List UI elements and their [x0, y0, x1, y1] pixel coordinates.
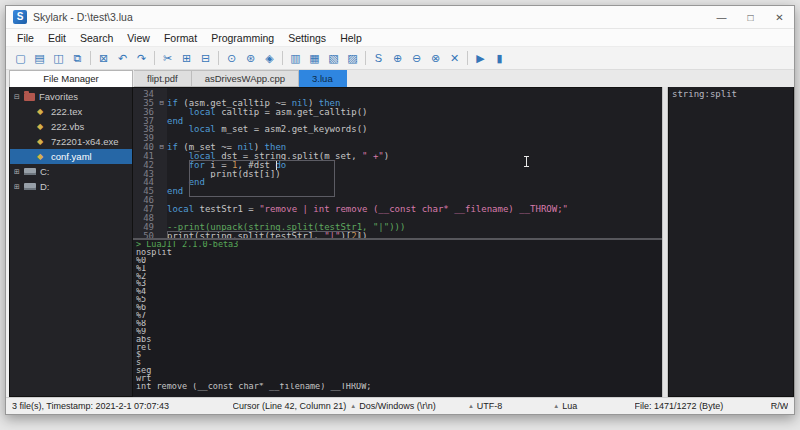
minimize-button[interactable]: — [707, 6, 736, 28]
console-output-line: %9 [136, 328, 662, 336]
expander-icon[interactable]: ⊞ [14, 183, 24, 191]
code-token: print(dst[i]) [167, 170, 281, 179]
code-token: end [167, 117, 183, 126]
code-token: local [167, 205, 194, 214]
tree-item-c-[interactable]: ⊞C: [10, 164, 132, 179]
code-line-39: 39 [133, 134, 662, 143]
code-line-36: 36 local calltip = asm.get_calltip() [133, 108, 662, 117]
code-line-37: 37end [133, 117, 662, 126]
code-token: local [189, 152, 216, 161]
tree-item-222-vbs[interactable]: ◆222.vbs [10, 119, 132, 134]
line-number: 45 [133, 187, 156, 196]
tab-3.lua[interactable]: 3.lua [299, 70, 347, 87]
toolbar-separator [282, 51, 283, 65]
tab-flipt.pdf[interactable]: flipt.pdf [134, 70, 192, 87]
menu-item-settings[interactable]: Settings [281, 29, 333, 47]
title-bar: S Skylark - D:\test\3.lua —□✕ [6, 6, 794, 29]
code-line-43: 43 print(dst[i]) [133, 170, 662, 179]
menu-item-format[interactable]: Format [157, 29, 204, 47]
run-script-icon[interactable]: ▶ [471, 49, 490, 68]
find-icon[interactable]: ⊙ [222, 49, 241, 68]
code-token: end [167, 187, 183, 196]
code-token: local [189, 108, 216, 117]
console-output-line: wrt [136, 375, 662, 383]
tab-asDrivesWApp.cpp[interactable]: asDrivesWApp.cpp [192, 70, 299, 87]
close-file-icon[interactable]: ⊠ [94, 49, 113, 68]
status-encoding: ▲UTF-8 [468, 401, 553, 411]
console-output-line: s [136, 359, 662, 367]
line-number: 38 [133, 125, 156, 134]
paste-icon[interactable]: ⊟ [196, 49, 215, 68]
menu-item-search[interactable]: Search [73, 29, 120, 47]
app-window: S Skylark - D:\test\3.lua —□✕ FileEditSe… [5, 5, 795, 415]
code-line-45: 45end [133, 187, 662, 196]
fold-marker-icon[interactable]: ⊟ [156, 99, 167, 108]
editor-console-column: 3435⊟if (asm.get_calltip ~= nil) then36 … [133, 87, 662, 397]
line-number: 44 [133, 178, 156, 187]
close-button[interactable]: ✕ [765, 6, 794, 28]
menu-item-edit[interactable]: Edit [41, 29, 73, 47]
zoom-in-icon[interactable]: ⊕ [388, 49, 407, 68]
code-text: local dst = string.split(m_set, " +") [167, 152, 389, 161]
tree-item-conf-yaml[interactable]: ◆conf.yaml [10, 149, 132, 164]
tree-item-7z2201-x64-exe[interactable]: ◆7z2201-x64.exe [10, 134, 132, 149]
status-file-info: 3 file(s), Timestamp: 2021-2-1 07:07:43 [12, 401, 233, 411]
tree-item-222-tex[interactable]: ◆222.tex [10, 104, 132, 119]
menu-item-programming[interactable]: Programming [204, 29, 281, 47]
console-pane[interactable]: > LuaJIT 2.1.0-beta3nosplit%0%1%2%3%4%5%… [133, 240, 662, 397]
status-triangle-icon: ▲ [350, 403, 356, 409]
new-file-icon[interactable]: ▢ [11, 49, 30, 68]
code-line-47: 47local testStr1 = "remove | int remove … [133, 205, 662, 214]
line-number: 48 [133, 214, 156, 223]
redo-icon[interactable]: ↷ [132, 49, 151, 68]
drive-icon [24, 168, 36, 175]
undo-icon[interactable]: ↶ [113, 49, 132, 68]
code-token: print(string.split(testStr1, [167, 232, 324, 239]
cut-icon[interactable]: ✂ [158, 49, 177, 68]
split-horizontal-icon[interactable]: ▥ [286, 49, 305, 68]
expander-icon[interactable]: ⊟ [14, 93, 24, 101]
stop-script-icon[interactable]: ▮ [490, 49, 509, 68]
code-token: --print(unpack(string.split(testStr1, "|… [167, 223, 405, 232]
fold-marker-icon[interactable]: ⊟ [156, 143, 167, 152]
status-bar: 3 file(s), Timestamp: 2021-2-1 07:07:43C… [6, 397, 794, 414]
menu-item-view[interactable]: View [120, 29, 157, 47]
console-output-line: int remove (__const char* __filename) __… [136, 383, 662, 391]
status-text: UTF-8 [477, 401, 503, 411]
zoom-out-icon[interactable]: ⊖ [407, 49, 426, 68]
symbol-list-icon[interactable]: S [369, 49, 388, 68]
status-cursor-position: Cursor (Line 42, Column 21) [233, 401, 351, 411]
maximize-button[interactable]: □ [736, 6, 765, 28]
menu-item-file[interactable]: File [10, 29, 41, 47]
app-icon-letter: S [17, 11, 24, 22]
code-line-48: 48 [133, 214, 662, 223]
console-output-line: %2 [136, 273, 662, 281]
console-output-line: seg [136, 367, 662, 375]
tree-item-d-[interactable]: ⊞D: [10, 179, 132, 194]
tree-item-favorites[interactable]: ⊟Favorites [10, 89, 132, 104]
bookmark-icon[interactable]: ◈ [260, 49, 279, 68]
save-file-icon[interactable]: ◫ [49, 49, 68, 68]
zoom-reset-icon[interactable]: ⊗ [426, 49, 445, 68]
menu-item-help[interactable]: Help [333, 29, 369, 47]
file-manager-tab[interactable]: File Manager [9, 70, 133, 87]
function-list-entry[interactable]: string:split [669, 87, 793, 99]
open-file-icon[interactable]: ▤ [30, 49, 49, 68]
window-tile-icon[interactable]: ▧ [324, 49, 343, 68]
window-cascade-icon[interactable]: ▨ [343, 49, 362, 68]
code-token: (asm.get_calltip ~= [178, 99, 292, 108]
close-all-icon[interactable]: ✕ [445, 49, 464, 68]
copy-icon[interactable]: ⊞ [177, 49, 196, 68]
split-vertical-icon[interactable]: ▦ [305, 49, 324, 68]
editor-pane[interactable]: 3435⊟if (asm.get_calltip ~= nil) then36 … [133, 87, 662, 238]
replace-icon[interactable]: ⊛ [241, 49, 260, 68]
status-triangle-icon: ▲ [468, 403, 474, 409]
line-number: 47 [133, 205, 156, 214]
save-all-icon[interactable]: ⧉ [68, 49, 87, 68]
code-line-49: 49--print(unpack(string.split(testStr1, … [133, 223, 662, 232]
tree-item-label: Favorites [39, 91, 78, 102]
expander-icon[interactable]: ⊞ [14, 168, 24, 176]
code-text: print(string.split(testStr1, "|")[2]) [167, 232, 368, 239]
code-token: if [167, 143, 178, 152]
code-token: ) [254, 143, 265, 152]
